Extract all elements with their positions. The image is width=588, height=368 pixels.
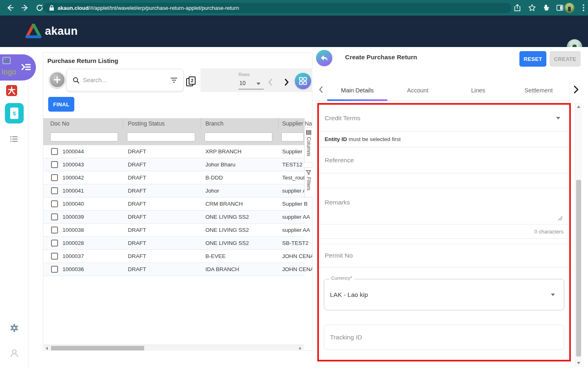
create-button[interactable]: CREATE [550, 51, 581, 67]
rows-select-caret-icon[interactable] [256, 83, 261, 85]
table-row[interactable]: 1000036DRAFTIDA BRANCHJOHN CENA [43, 263, 305, 276]
col-header-doc-no[interactable]: Doc No [50, 120, 69, 127]
prev-page-icon[interactable] [267, 78, 274, 86]
permit-no-field[interactable]: Permit No [319, 244, 569, 267]
grid-view-button[interactable] [295, 73, 311, 89]
browser-profile-avatar[interactable] [564, 3, 575, 13]
share-icon[interactable] [513, 3, 522, 12]
reference-field[interactable]: Reference [319, 147, 569, 173]
browser-forward-icon[interactable] [20, 3, 29, 12]
columns-side-tab[interactable]: Columns [304, 127, 313, 162]
filter-list-icon[interactable] [171, 77, 177, 83]
cell-posting-status: DRAFT [128, 148, 146, 155]
applet-icon-red[interactable] [6, 85, 17, 96]
remarks-label: Remarks [325, 199, 350, 206]
hscroll-right-arrow-icon[interactable] [299, 347, 301, 350]
url-bar[interactable]: akaun.cloud/#/applet/tnt/wavelet/erp/pur… [43, 3, 511, 13]
next-page-icon[interactable] [283, 78, 290, 86]
table-row[interactable]: 1000041DRAFTJohorsupplier AA [43, 184, 305, 197]
browser-menu-kebab-icon[interactable] [579, 3, 588, 12]
search-box[interactable]: Search... [67, 69, 183, 91]
char-count-row: 0 characters [319, 224, 569, 239]
currency-select[interactable]: Currency* LAK - Lao kip [324, 279, 564, 310]
row-checkbox[interactable] [51, 253, 58, 260]
extensions-puzzle-icon[interactable] [541, 3, 550, 12]
table-row[interactable]: 1000037DRAFTB-EVEEJOHN CENA [43, 250, 305, 263]
reset-button[interactable]: RESET [519, 51, 546, 67]
tracking-id-field[interactable]: Tracking ID [324, 325, 564, 350]
bookmark-star-icon[interactable] [528, 3, 537, 12]
form-tabs: Main Details Account Lines Settlement [312, 80, 570, 101]
table-row[interactable]: 1000043DRAFTJohor BharuTEST12 [43, 158, 305, 171]
cell-posting-status: DRAFT [128, 227, 146, 233]
table-row[interactable]: 1000042DRAFTB-DDDTest_rout [43, 171, 305, 184]
cell-branch: CRM BRANCH [205, 201, 243, 207]
row-checkbox[interactable] [51, 227, 58, 233]
row-checkbox[interactable] [51, 200, 58, 207]
char-count: 0 characters [534, 229, 564, 235]
table-row[interactable]: 1000040DRAFTCRM BRANCHSupplier B [43, 197, 305, 211]
tab-account[interactable]: Account [388, 87, 448, 94]
row-checkbox[interactable] [51, 240, 58, 247]
vertical-scrollbar[interactable] [575, 103, 582, 367]
remarks-textarea[interactable]: Remarks [319, 188, 569, 224]
vscroll-up-arrow-icon[interactable] [577, 105, 580, 108]
browser-reload-icon[interactable] [35, 3, 44, 12]
col-header-supplier[interactable]: Supplier Na [282, 120, 312, 127]
cell-doc-no: 1000036 [62, 266, 84, 272]
list-menu-icon[interactable] [10, 136, 18, 142]
side-panel-icon[interactable] [555, 3, 564, 12]
filters-side-tab[interactable]: Filters [304, 167, 313, 197]
tab-lines[interactable]: Lines [448, 87, 508, 94]
filter-input-doc-no[interactable] [50, 132, 118, 141]
browser-back-icon[interactable] [6, 3, 15, 12]
table-row[interactable]: 1000028DRAFTONE LIVING SS2SB-TEST2 [43, 237, 305, 250]
settings-gear-icon[interactable] [9, 323, 19, 334]
search-placeholder: Search... [83, 77, 167, 83]
table-row[interactable]: 1000039DRAFTONE LIVING SS2supplier AA [43, 211, 305, 224]
cell-posting-status: DRAFT [128, 188, 146, 194]
filters-funnel-icon [306, 170, 311, 175]
tabs-scroll-right-icon[interactable] [573, 85, 579, 94]
brand-logo[interactable]: akaun [25, 24, 78, 38]
menu-collapse-icon[interactable] [20, 62, 32, 72]
rows-per-page-value[interactable]: 10 [239, 80, 246, 86]
filter-input-supplier[interactable] [281, 132, 304, 141]
cell-supplier: JOHN CENA [282, 253, 314, 259]
table-header-row: Doc No Posting Status Branch Supplier Na [43, 118, 305, 129]
row-checkbox[interactable] [51, 174, 58, 181]
cell-branch: ONE LIVING SS2 [205, 240, 249, 246]
row-checkbox[interactable] [51, 187, 58, 194]
rows-select-underline [238, 89, 264, 90]
row-checkbox[interactable] [51, 161, 58, 168]
final-filter-button[interactable]: FINAL [48, 97, 74, 112]
col-header-branch[interactable]: Branch [205, 120, 223, 127]
filter-input-branch[interactable] [205, 132, 272, 141]
vscroll-down-arrow-icon[interactable] [577, 362, 580, 364]
back-button[interactable] [316, 50, 332, 66]
vscroll-thumb[interactable] [576, 180, 581, 357]
col-header-posting-status[interactable]: Posting Status [128, 120, 165, 127]
table-row[interactable]: 1000044DRAFTXRP BRANCHSupplier B [43, 145, 305, 158]
filter-input-posting-status[interactable] [127, 132, 195, 141]
table-row[interactable]: 1000038DRAFTONE LIVING SS2supplier AA [43, 224, 305, 237]
duplicate-pages-icon[interactable]: 2 [186, 76, 197, 87]
horizontal-scrollbar[interactable] [44, 345, 304, 351]
row-checkbox[interactable] [51, 266, 58, 273]
credit-terms-select[interactable]: Credit Terms [319, 105, 569, 132]
tab-main-details[interactable]: Main Details [327, 87, 388, 94]
add-record-button[interactable] [49, 72, 65, 88]
applet-icon-billing[interactable]: $ [5, 103, 24, 123]
account-person-icon[interactable] [9, 348, 19, 360]
row-checkbox[interactable] [51, 213, 58, 220]
tenant-logo-banner[interactable]: logo [0, 54, 36, 81]
cell-posting-status: DRAFT [128, 201, 146, 207]
tab-settlement[interactable]: Settlement [508, 87, 569, 94]
cell-doc-no: 1000028 [62, 240, 84, 246]
hscroll-left-arrow-icon[interactable] [46, 347, 48, 350]
hscroll-thumb[interactable] [51, 346, 144, 350]
row-checkbox[interactable] [51, 148, 58, 155]
cell-posting-status: DRAFT [128, 162, 146, 168]
cell-supplier: Test_rout [282, 175, 305, 181]
textarea-resize-icon[interactable] [557, 215, 563, 221]
